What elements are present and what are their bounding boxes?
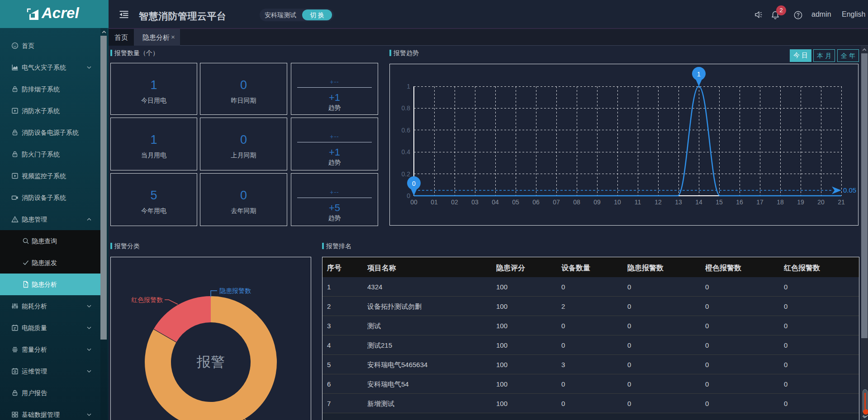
svg-text:14: 14 [695,198,702,206]
svg-text:17: 17 [756,198,764,206]
svg-text:21: 21 [838,198,845,206]
svg-text:10: 10 [614,198,621,206]
svg-text:19: 19 [797,198,804,206]
svg-text:隐患报警数: 隐患报警数 [219,287,251,294]
svg-text:报警: 报警 [196,354,225,370]
svg-text:16: 16 [736,198,743,206]
svg-text:红色报警数: 红色报警数 [131,296,163,303]
svg-text:02: 02 [451,198,458,206]
svg-text:18: 18 [777,198,784,206]
svg-text:01: 01 [431,198,438,206]
svg-text:0.8: 0.8 [402,104,411,112]
svg-text:1: 1 [697,71,701,78]
svg-text:12: 12 [655,198,662,206]
svg-text:20: 20 [817,198,825,206]
svg-text:0: 0 [412,180,416,187]
svg-text:07: 07 [553,198,560,206]
svg-text:0.4: 0.4 [402,148,411,156]
svg-text:13: 13 [675,198,682,206]
svg-text:00: 00 [410,198,417,206]
svg-text:0: 0 [407,192,410,199]
svg-text:1: 1 [407,83,410,90]
svg-text:15: 15 [716,198,723,206]
svg-text:0.6: 0.6 [402,127,411,134]
svg-text:08: 08 [573,198,580,206]
svg-text:11: 11 [635,198,641,206]
svg-text:06: 06 [532,198,540,206]
svg-text:05: 05 [512,198,519,206]
svg-text:09: 09 [593,198,601,206]
svg-text:04: 04 [492,198,499,206]
svg-text:03: 03 [471,198,479,206]
svg-text:0.05: 0.05 [843,186,856,194]
svg-text:0.2: 0.2 [402,170,411,178]
